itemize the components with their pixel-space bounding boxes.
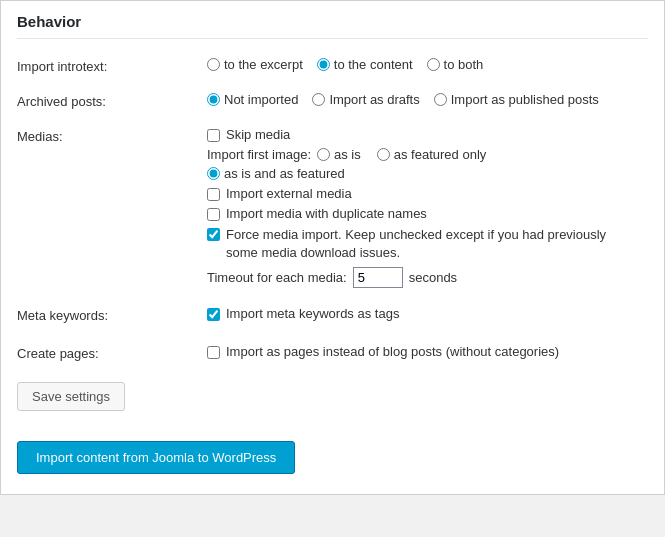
archived-drafts-option[interactable]: Import as drafts	[312, 92, 419, 107]
create-pages-option: Import as pages instead of blog posts (w…	[207, 344, 648, 359]
introtext-both-option[interactable]: to both	[427, 57, 484, 72]
import-first-image-row: Import first image: as is as featured on…	[207, 147, 648, 181]
medias-controls: Skip media Import first image: as is as …	[207, 127, 648, 288]
introtext-excerpt-option[interactable]: to the excerpt	[207, 57, 303, 72]
import-duplicate-names-option: Import media with duplicate names	[207, 206, 648, 221]
import-content-button[interactable]: Import content from Joomla to WordPress	[17, 441, 295, 474]
create-pages-controls: Import as pages instead of blog posts (w…	[207, 344, 648, 364]
introtext-excerpt-radio[interactable]	[207, 58, 220, 71]
archived-posts-row: Archived posts: Not imported Import as d…	[17, 92, 648, 109]
archived-not-imported-option[interactable]: Not imported	[207, 92, 298, 107]
introtext-content-label: to the content	[334, 57, 413, 72]
import-first-image-text: Import first image:	[207, 147, 311, 162]
behavior-panel: Behavior Import introtext: to the excerp…	[0, 0, 665, 495]
medias-label: Medias:	[17, 127, 207, 144]
meta-keywords-label: Meta keywords:	[17, 306, 207, 323]
img-as-is-option[interactable]: as is	[317, 147, 363, 162]
meta-keywords-row: Meta keywords: Import meta keywords as t…	[17, 306, 648, 326]
introtext-both-radio[interactable]	[427, 58, 440, 71]
introtext-both-label: to both	[444, 57, 484, 72]
archived-not-imported-radio[interactable]	[207, 93, 220, 106]
img-as-is-and-featured-option[interactable]: as is and as featured	[207, 166, 347, 181]
img-as-is-label: as is	[334, 147, 361, 162]
import-duplicate-names-label[interactable]: Import media with duplicate names	[226, 206, 427, 221]
meta-keywords-checkbox-label[interactable]: Import meta keywords as tags	[226, 306, 399, 321]
import-introtext-controls: to the excerpt to the content to both	[207, 57, 648, 72]
create-pages-label: Create pages:	[17, 344, 207, 361]
skip-media-checkbox[interactable]	[207, 129, 220, 142]
archived-posts-label: Archived posts:	[17, 92, 207, 109]
archived-published-radio[interactable]	[434, 93, 447, 106]
img-featured-only-radio[interactable]	[377, 148, 390, 161]
import-introtext-label: Import introtext:	[17, 57, 207, 74]
skip-media-label[interactable]: Skip media	[226, 127, 290, 142]
create-pages-checkbox-label[interactable]: Import as pages instead of blog posts (w…	[226, 344, 559, 359]
skip-media-option: Skip media	[207, 127, 648, 142]
import-external-media-label[interactable]: Import external media	[226, 186, 352, 201]
meta-keywords-checkbox[interactable]	[207, 308, 220, 321]
timeout-label: Timeout for each media:	[207, 270, 347, 285]
archived-posts-radio-group: Not imported Import as drafts Import as …	[207, 92, 648, 107]
import-duplicate-names-checkbox[interactable]	[207, 208, 220, 221]
meta-keywords-option: Import meta keywords as tags	[207, 306, 648, 321]
archived-published-label: Import as published posts	[451, 92, 599, 107]
force-media-import-checkbox[interactable]	[207, 228, 220, 241]
timeout-unit: seconds	[409, 270, 457, 285]
archived-drafts-radio[interactable]	[312, 93, 325, 106]
introtext-content-radio[interactable]	[317, 58, 330, 71]
create-pages-checkbox[interactable]	[207, 346, 220, 359]
img-featured-only-label: as featured only	[394, 147, 487, 162]
img-as-is-radio[interactable]	[317, 148, 330, 161]
medias-row: Medias: Skip media Import first image: a…	[17, 127, 648, 288]
img-featured-only-option[interactable]: as featured only	[377, 147, 489, 162]
buttons-area: Save settings Import content from Joomla…	[17, 382, 648, 474]
archived-drafts-label: Import as drafts	[329, 92, 419, 107]
page-title: Behavior	[17, 13, 648, 39]
force-media-import-label[interactable]: Force media import. Keep unchecked excep…	[226, 226, 626, 262]
import-introtext-radio-group: to the excerpt to the content to both	[207, 57, 648, 72]
save-settings-button[interactable]: Save settings	[17, 382, 125, 411]
archived-posts-controls: Not imported Import as drafts Import as …	[207, 92, 648, 107]
create-pages-row: Create pages: Import as pages instead of…	[17, 344, 648, 364]
archived-not-imported-label: Not imported	[224, 92, 298, 107]
introtext-content-option[interactable]: to the content	[317, 57, 413, 72]
meta-keywords-controls: Import meta keywords as tags	[207, 306, 648, 326]
introtext-excerpt-label: to the excerpt	[224, 57, 303, 72]
archived-published-option[interactable]: Import as published posts	[434, 92, 599, 107]
import-external-media-option: Import external media	[207, 186, 648, 201]
timeout-input[interactable]	[353, 267, 403, 288]
import-introtext-row: Import introtext: to the excerpt to the …	[17, 57, 648, 74]
import-external-media-checkbox[interactable]	[207, 188, 220, 201]
force-media-import-option: Force media import. Keep unchecked excep…	[207, 226, 648, 262]
timeout-row: Timeout for each media: seconds	[207, 267, 648, 288]
img-as-is-and-featured-label: as is and as featured	[224, 166, 345, 181]
img-as-is-and-featured-radio[interactable]	[207, 167, 220, 180]
